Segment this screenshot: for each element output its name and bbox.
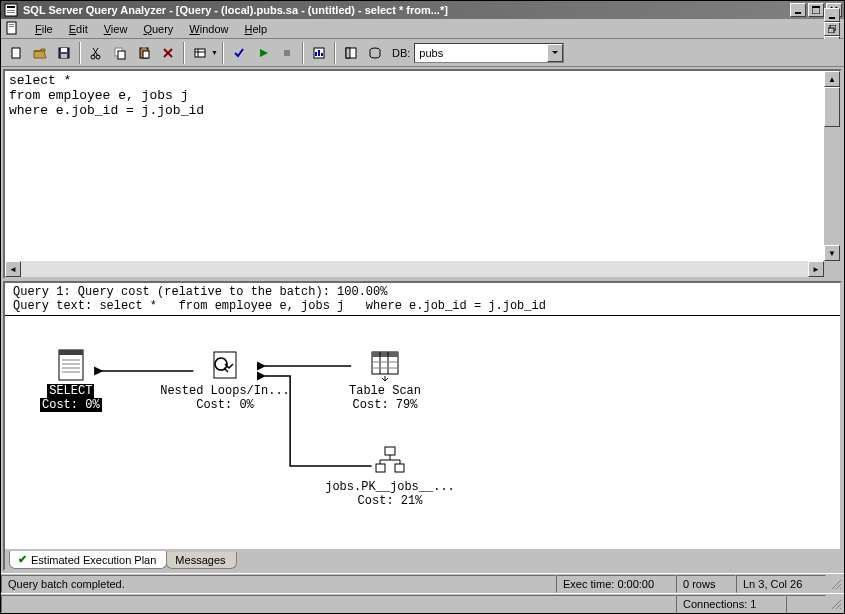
menu-bar: File Edit View Query Window Help xyxy=(1,19,844,39)
cut-button[interactable] xyxy=(85,42,107,64)
status-cursor-pos: Ln 3, Col 26 xyxy=(736,575,826,593)
minimize-button[interactable] xyxy=(790,3,806,17)
svg-rect-11 xyxy=(9,26,14,27)
svg-line-70 xyxy=(840,608,841,609)
workspace: select * from employee e, jobs j where e… xyxy=(1,67,844,573)
execution-plan-button[interactable] xyxy=(308,42,330,64)
title-bar: SQL Server Query Analyzer - [Query - (lo… xyxy=(1,1,844,19)
plan-node-table-scan[interactable]: Table Scan Cost: 79% xyxy=(335,348,435,412)
status-connections: Connections: 1 xyxy=(676,595,786,613)
results-pane: Query 1: Query cost (relative to the bat… xyxy=(3,281,842,571)
plan-header: Query 1: Query cost (relative to the bat… xyxy=(5,283,840,316)
parse-button[interactable] xyxy=(228,42,250,64)
status-extra xyxy=(786,595,826,613)
scroll-right-icon[interactable]: ► xyxy=(808,261,824,277)
status-bar: Query batch completed. Exec time: 0:00:0… xyxy=(1,573,844,593)
menu-query[interactable]: Query xyxy=(135,21,181,37)
maximize-button[interactable] xyxy=(808,3,824,17)
svg-rect-41 xyxy=(346,48,350,58)
scroll-thumb[interactable] xyxy=(824,87,840,127)
svg-rect-10 xyxy=(9,24,14,25)
svg-rect-58 xyxy=(385,447,395,455)
mdi-minimize-button[interactable] xyxy=(824,8,840,22)
app-icon xyxy=(3,2,19,18)
svg-line-65 xyxy=(832,580,841,589)
status-rows: 0 rows xyxy=(676,575,736,593)
menu-file[interactable]: File xyxy=(27,21,61,37)
svg-rect-3 xyxy=(7,12,15,13)
tab-messages[interactable]: Messages xyxy=(166,552,236,569)
checkmark-icon: ✔ xyxy=(18,553,27,566)
app-resize-grip-icon[interactable] xyxy=(826,596,844,612)
clear-button[interactable] xyxy=(157,42,179,64)
svg-rect-53 xyxy=(372,352,398,357)
tab-execution-plan[interactable]: ✔ Estimated Execution Plan xyxy=(9,551,167,569)
scroll-down-icon[interactable]: ▼ xyxy=(824,245,840,261)
svg-rect-2 xyxy=(7,10,15,11)
svg-rect-4 xyxy=(795,12,801,14)
svg-rect-64 xyxy=(395,464,404,472)
svg-rect-6 xyxy=(812,6,820,8)
svg-line-67 xyxy=(840,588,841,589)
plan-node-select[interactable]: SELECT Cost: 0% xyxy=(40,348,102,412)
horizontal-scrollbar[interactable]: ◄ ► xyxy=(5,261,824,277)
database-select-value: pubs xyxy=(419,47,443,59)
object-browser-button[interactable] xyxy=(340,42,362,64)
sql-editor-pane: select * from employee e, jobs j where e… xyxy=(3,69,842,279)
toolbar: ▼ DB: pubs xyxy=(1,39,844,67)
status-exec-time: Exec time: 0:00:00 xyxy=(556,575,676,593)
menu-edit[interactable]: Edit xyxy=(61,21,96,37)
scroll-up-icon[interactable]: ▲ xyxy=(824,71,840,87)
svg-rect-12 xyxy=(829,17,835,19)
scroll-left-icon[interactable]: ◄ xyxy=(5,261,21,277)
plan-node-nested-loops[interactable]: Nested Loops/In... Cost: 0% xyxy=(155,348,295,412)
select-result-icon xyxy=(54,348,88,382)
svg-rect-32 xyxy=(195,49,205,57)
svg-rect-1 xyxy=(7,6,15,8)
index-seek-icon xyxy=(373,444,407,478)
resize-grip-icon[interactable] xyxy=(826,576,844,592)
svg-rect-19 xyxy=(61,48,67,52)
open-button[interactable] xyxy=(29,42,51,64)
stop-button[interactable] xyxy=(276,42,298,64)
app-status-blank xyxy=(1,595,676,613)
app-status-bar: Connections: 1 xyxy=(1,593,844,613)
plan-node-index-seek[interactable]: jobs.PK__jobs__... Cost: 21% xyxy=(325,444,455,508)
status-message: Query batch completed. xyxy=(1,575,556,593)
nested-loops-icon xyxy=(208,348,242,382)
save-button[interactable] xyxy=(53,42,75,64)
new-button[interactable] xyxy=(5,42,27,64)
svg-rect-28 xyxy=(142,47,146,49)
results-tabs: ✔ Estimated Execution Plan Messages xyxy=(5,549,840,569)
mdi-restore-button[interactable] xyxy=(824,22,840,36)
copy-button[interactable] xyxy=(109,42,131,64)
svg-line-68 xyxy=(832,600,841,609)
svg-rect-9 xyxy=(7,22,16,34)
results-mode-button[interactable] xyxy=(189,42,211,64)
db-label: DB: xyxy=(392,47,410,59)
svg-rect-63 xyxy=(376,464,385,472)
chevron-down-icon[interactable] xyxy=(547,44,563,62)
table-scan-icon xyxy=(368,348,402,382)
svg-rect-46 xyxy=(59,350,83,355)
paste-button[interactable] xyxy=(133,42,155,64)
window-title: SQL Server Query Analyzer - [Query - (lo… xyxy=(23,4,790,16)
svg-rect-26 xyxy=(118,51,125,59)
svg-rect-29 xyxy=(143,51,149,58)
sql-editor[interactable]: select * from employee e, jobs j where e… xyxy=(5,71,840,120)
svg-rect-14 xyxy=(828,28,834,33)
mdi-doc-icon[interactable] xyxy=(5,21,21,37)
database-select[interactable]: pubs xyxy=(414,43,564,63)
database-button[interactable] xyxy=(364,42,386,64)
svg-rect-17 xyxy=(12,48,20,58)
dropdown-arrow-icon[interactable]: ▼ xyxy=(211,49,218,56)
svg-rect-35 xyxy=(284,50,290,56)
execution-plan-canvas[interactable]: SELECT Cost: 0% Nested Loops/In... Cost:… xyxy=(5,316,840,526)
menu-window[interactable]: Window xyxy=(181,21,236,37)
vertical-scrollbar[interactable]: ▲ xyxy=(824,71,840,261)
execute-button[interactable] xyxy=(252,42,274,64)
menu-view[interactable]: View xyxy=(96,21,136,37)
svg-rect-20 xyxy=(61,54,67,58)
menu-help[interactable]: Help xyxy=(236,21,275,37)
